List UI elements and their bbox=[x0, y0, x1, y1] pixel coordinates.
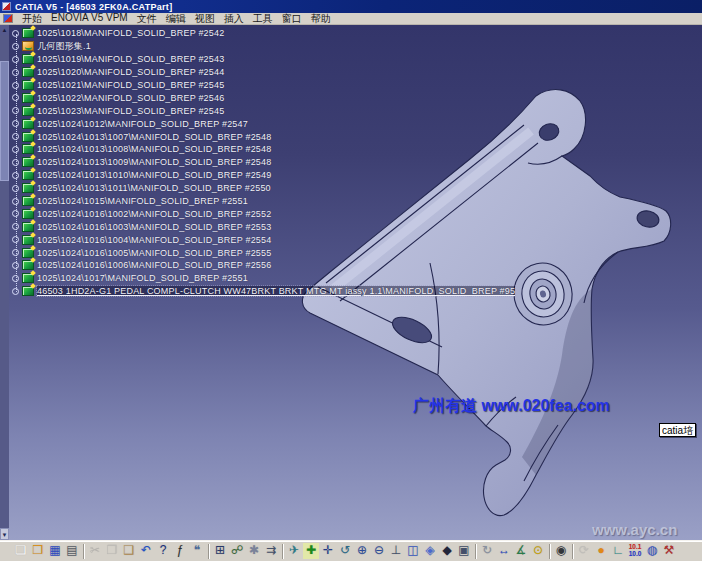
toolbar-separator bbox=[83, 544, 85, 559]
menu-帮助[interactable]: 帮助 bbox=[311, 12, 331, 26]
constraints-icon[interactable]: ✱ bbox=[246, 543, 262, 559]
tree-node-toggle[interactable] bbox=[12, 198, 19, 205]
tree-item[interactable]: 1025\1018\MANIFOLD_SOLID_BREP #2542 bbox=[12, 27, 515, 40]
scrollbar-thumb[interactable] bbox=[0, 61, 9, 181]
new-document-icon[interactable]: ❏ bbox=[13, 543, 29, 559]
tree-item[interactable]: 1025\1024\1013\1011\MANIFOLD_SOLID_BREP … bbox=[12, 182, 515, 195]
model-viewport[interactable]: ▲ ▼ 1025\1018\MANIFOLD_SOLID_BREP #2542几… bbox=[0, 25, 702, 540]
whats-this-icon[interactable]: ? bbox=[155, 543, 171, 559]
tree-item[interactable]: 1025\1022\MANIFOLD_SOLID_BREP #2546 bbox=[12, 91, 515, 104]
tree-item[interactable]: 1025\1024\1016\1004\MANIFOLD_SOLID_BREP … bbox=[12, 233, 515, 246]
analysis-tool-icon[interactable]: ⚒ bbox=[661, 543, 677, 559]
tree-item[interactable]: 1025\1024\1013\1007\MANIFOLD_SOLID_BREP … bbox=[12, 130, 515, 143]
menu-文件[interactable]: 文件 bbox=[137, 12, 157, 26]
paste-icon[interactable]: ❑ bbox=[121, 543, 137, 559]
toolbar-separator bbox=[572, 544, 574, 559]
tree-item[interactable]: 几何图形集.1 bbox=[12, 40, 515, 53]
axis-system-icon[interactable]: ∟ bbox=[610, 543, 626, 559]
print-icon[interactable]: ▤ bbox=[64, 543, 80, 559]
undo-icon[interactable]: ↶ bbox=[138, 543, 154, 559]
shaded-view-icon[interactable]: ◆ bbox=[439, 543, 455, 559]
tree-node-toggle[interactable] bbox=[12, 69, 19, 76]
menu-工具[interactable]: 工具 bbox=[253, 12, 273, 26]
tree-node-toggle[interactable] bbox=[12, 82, 19, 89]
tree-node-toggle[interactable] bbox=[12, 185, 19, 192]
comment-icon[interactable]: ❝ bbox=[189, 543, 205, 559]
open-icon[interactable]: ❒ bbox=[30, 543, 46, 559]
tree-item-label: 46503 1HD2A-G1 PEDAL COMPL-CLUTCH WW47BR… bbox=[37, 286, 515, 296]
tree-scrollbar[interactable]: ▲ ▼ bbox=[0, 25, 9, 540]
quad-view-icon[interactable]: ◫ bbox=[405, 543, 421, 559]
tree-item[interactable]: 46503 1HD2A-G1 PEDAL COMPL-CLUTCH WW47BR… bbox=[12, 285, 515, 298]
menu-编辑[interactable]: 编辑 bbox=[166, 12, 186, 26]
tree-node-toggle[interactable] bbox=[12, 223, 19, 230]
tree-node-toggle[interactable] bbox=[12, 120, 19, 127]
tree-node-toggle[interactable] bbox=[12, 288, 19, 295]
menu-开始[interactable]: 开始 bbox=[22, 12, 42, 26]
tree-item[interactable]: 1025\1024\1016\1006\MANIFOLD_SOLID_BREP … bbox=[12, 259, 515, 272]
tree-item[interactable]: 1025\1024\1015\MANIFOLD_SOLID_BREP #2551 bbox=[12, 195, 515, 208]
tree-node-toggle[interactable] bbox=[12, 56, 19, 63]
tree-item[interactable]: 1025\1024\1013\1010\MANIFOLD_SOLID_BREP … bbox=[12, 169, 515, 182]
pan-icon[interactable]: ✛ bbox=[320, 543, 336, 559]
tree-item-label: 1025\1024\1012\MANIFOLD_SOLID_BREP #2547 bbox=[37, 119, 248, 129]
document-menu-icon[interactable] bbox=[3, 14, 13, 23]
turntable-icon[interactable]: ↻ bbox=[479, 543, 495, 559]
catalog-icon[interactable]: ◍ bbox=[644, 543, 660, 559]
zoom-out-icon[interactable]: ⊖ bbox=[371, 543, 387, 559]
tree-node-toggle[interactable] bbox=[12, 249, 19, 256]
tree-node-toggle[interactable] bbox=[12, 172, 19, 179]
tree-item[interactable]: 1025\1024\1016\1002\MANIFOLD_SOLID_BREP … bbox=[12, 207, 515, 220]
save-icon[interactable]: ▦ bbox=[47, 543, 63, 559]
menu-ENOVIA V5 VPM[interactable]: ENOVIA V5 VPM bbox=[51, 12, 128, 26]
tree-node-toggle[interactable] bbox=[12, 210, 19, 217]
scroll-down-icon[interactable]: ▼ bbox=[0, 528, 9, 540]
tree-item[interactable]: 1025\1019\MANIFOLD_SOLID_BREP #2543 bbox=[12, 53, 515, 66]
tree-node-toggle[interactable] bbox=[12, 30, 19, 37]
tree-item[interactable]: 1025\1024\1017\MANIFOLD_SOLID_BREP #2551 bbox=[12, 272, 515, 285]
watermark-text: 广州有道 www.020fea.com bbox=[413, 396, 610, 417]
fit-all-in-icon[interactable]: ✚ bbox=[303, 543, 319, 559]
tree-node-toggle[interactable] bbox=[12, 146, 19, 153]
tree-node-toggle[interactable] bbox=[12, 236, 19, 243]
measure-item-icon[interactable]: ∡ bbox=[513, 543, 529, 559]
tree-item[interactable]: 1025\1020\MANIFOLD_SOLID_BREP #2544 bbox=[12, 66, 515, 79]
tree-node-toggle[interactable] bbox=[12, 133, 19, 140]
tree-node-toggle[interactable] bbox=[12, 262, 19, 269]
menu-窗口[interactable]: 窗口 bbox=[282, 12, 302, 26]
render-style-icon[interactable]: ▣ bbox=[456, 543, 472, 559]
formula-icon[interactable]: ƒ bbox=[172, 543, 188, 559]
fly-mode-icon[interactable]: ✈ bbox=[286, 543, 302, 559]
iso-view-icon[interactable]: ◈ bbox=[422, 543, 438, 559]
solid-brep-icon bbox=[22, 80, 34, 90]
material-ball-icon[interactable]: ● bbox=[593, 543, 609, 559]
tree-item[interactable]: 1025\1024\1013\1008\MANIFOLD_SOLID_BREP … bbox=[12, 143, 515, 156]
tree-item[interactable]: 1025\1024\1012\MANIFOLD_SOLID_BREP #2547 bbox=[12, 117, 515, 130]
tree-item[interactable]: 1025\1021\MANIFOLD_SOLID_BREP #2545 bbox=[12, 79, 515, 92]
tree-item[interactable]: 1025\1024\1016\1005\MANIFOLD_SOLID_BREP … bbox=[12, 246, 515, 259]
tree-node-toggle[interactable] bbox=[12, 159, 19, 166]
units-display-icon[interactable]: 10.110.0 bbox=[627, 543, 643, 559]
tree-node-toggle[interactable] bbox=[12, 43, 19, 50]
tree-item[interactable]: 1025\1024\1016\1003\MANIFOLD_SOLID_BREP … bbox=[12, 220, 515, 233]
tree-item[interactable]: 1025\1023\MANIFOLD_SOLID_BREP #2545 bbox=[12, 104, 515, 117]
data-table-icon[interactable]: ⊞ bbox=[212, 543, 228, 559]
tree-item[interactable]: 1025\1024\1013\1009\MANIFOLD_SOLID_BREP … bbox=[12, 156, 515, 169]
product-graph-icon[interactable]: ☍ bbox=[229, 543, 245, 559]
solid-brep-icon bbox=[22, 286, 34, 296]
rotate-icon[interactable]: ↺ bbox=[337, 543, 353, 559]
copy-icon: ❐ bbox=[104, 543, 120, 559]
normal-view-icon[interactable]: ⊥ bbox=[388, 543, 404, 559]
exchange-icon[interactable]: ⇉ bbox=[263, 543, 279, 559]
menu-插入[interactable]: 插入 bbox=[224, 12, 244, 26]
scroll-up-icon[interactable]: ▲ bbox=[0, 25, 9, 35]
tree-node-toggle[interactable] bbox=[12, 107, 19, 114]
tree-node-toggle[interactable] bbox=[12, 275, 19, 282]
measure-between-icon[interactable]: ↔ bbox=[496, 543, 512, 559]
tree-item-label: 1025\1024\1015\MANIFOLD_SOLID_BREP #2551 bbox=[37, 196, 248, 206]
tree-node-toggle[interactable] bbox=[12, 94, 19, 101]
camera-icon[interactable]: ◉ bbox=[553, 543, 569, 559]
menu-视图[interactable]: 视图 bbox=[195, 12, 215, 26]
lock-icon[interactable]: ⊙ bbox=[530, 543, 546, 559]
zoom-in-icon[interactable]: ⊕ bbox=[354, 543, 370, 559]
